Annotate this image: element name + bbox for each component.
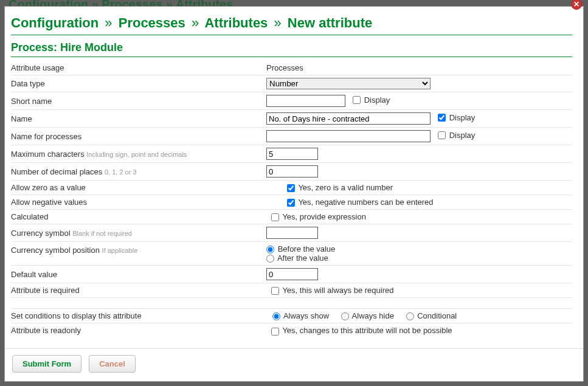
- breadcrumb-sep: »: [102, 15, 114, 30]
- name-input[interactable]: [266, 112, 431, 125]
- calculated-text: Yes, provide expression: [282, 212, 366, 221]
- currency-before-text: Before the value: [278, 244, 336, 253]
- allow-zero-checkbox[interactable]: [287, 184, 295, 192]
- label-attribute-readonly: Attribute is readonly: [11, 323, 266, 338]
- currency-before-radio[interactable]: [266, 246, 274, 253]
- label-decimal-places: Number of decimal places: [11, 167, 102, 176]
- breadcrumb-part[interactable]: Processes: [119, 15, 185, 30]
- required-checkbox[interactable]: [271, 287, 279, 295]
- row-attribute-required: Attribute is required Yes, this will alw…: [11, 283, 572, 298]
- conditions-conditional-radio[interactable]: [406, 312, 414, 320]
- default-value-input[interactable]: [266, 268, 318, 280]
- hint-currency-symbol: Blank if not required: [72, 230, 132, 237]
- conditions-conditional-text: Conditional: [417, 311, 457, 320]
- currency-after-text: After the value: [277, 253, 328, 263]
- row-attribute-usage: Attribute usage Processes: [11, 61, 572, 75]
- process-title-prefix: Process:: [11, 41, 60, 53]
- calculated-checkbox[interactable]: [271, 213, 279, 221]
- conditions-always-show-radio[interactable]: [272, 312, 280, 320]
- breadcrumb-sep: »: [271, 15, 283, 30]
- row-currency-symbol: Currency symbol Blank if not required: [11, 224, 572, 242]
- row-allow-zero: Allow zero as a value Yes, zero is a val…: [11, 181, 572, 195]
- row-allow-negative: Allow negative values Yes, negative numb…: [11, 195, 572, 210]
- allow-negative-checkbox[interactable]: [287, 199, 295, 207]
- allow-zero-text: Yes, zero is a valid number: [298, 183, 393, 192]
- short-name-display-label: Display: [364, 95, 390, 105]
- short-name-input[interactable]: [266, 95, 345, 107]
- readonly-checkbox[interactable]: [271, 328, 279, 336]
- row-set-conditions: Set conditions to display this attribute…: [11, 309, 572, 323]
- label-attribute-required: Attribute is required: [11, 283, 266, 298]
- required-text: Yes, this will always be required: [282, 286, 393, 295]
- dialog-footer: Submit Form Cancel: [5, 348, 583, 381]
- row-decimal-places: Number of decimal places 0, 1, 2 or 3: [11, 163, 572, 181]
- label-allow-negative: Allow negative values: [11, 195, 266, 210]
- row-name-for-processes: Name for processes Display: [11, 128, 572, 145]
- breadcrumb-sep: »: [189, 15, 201, 30]
- name-for-processes-display-label: Display: [449, 131, 476, 140]
- row-max-chars: Maximum characters Including sign, point…: [11, 145, 572, 163]
- spacer: [11, 298, 572, 309]
- label-default-value: Default value: [11, 266, 266, 283]
- max-chars-input[interactable]: [266, 148, 318, 160]
- cancel-button[interactable]: Cancel: [89, 355, 136, 373]
- conditions-always-hide-radio[interactable]: [341, 312, 349, 320]
- row-currency-position: Currency symbol position If applicable B…: [11, 242, 572, 266]
- label-max-chars: Maximum characters: [11, 150, 85, 159]
- decimal-places-input[interactable]: [266, 165, 318, 177]
- name-for-processes-input[interactable]: [266, 130, 431, 142]
- short-name-display-checkbox[interactable]: [353, 96, 361, 104]
- breadcrumb: Configuration » Processes » Attributes »…: [11, 15, 572, 35]
- readonly-text: Yes, changes to this attribute will not …: [282, 326, 452, 335]
- breadcrumb-part[interactable]: Configuration: [11, 15, 99, 30]
- dialog-body: Configuration » Processes » Attributes »…: [5, 7, 583, 348]
- breadcrumb-part: New attribute: [288, 15, 372, 30]
- label-name: Name: [11, 110, 266, 128]
- label-set-conditions: Set conditions to display this attribute: [11, 309, 266, 323]
- breadcrumb-part[interactable]: Attributes: [204, 15, 268, 30]
- name-display-label: Display: [449, 113, 476, 122]
- data-type-select[interactable]: Number: [266, 78, 431, 89]
- label-allow-zero: Allow zero as a value: [11, 181, 266, 195]
- hint-currency-position: If applicable: [102, 247, 138, 254]
- new-attribute-dialog: Configuration » Processes » Attributes »…: [4, 6, 584, 382]
- currency-after-radio[interactable]: [266, 255, 274, 263]
- name-display-checkbox[interactable]: [438, 114, 446, 122]
- label-name-for-processes: Name for processes: [11, 128, 266, 145]
- label-currency-position: Currency symbol position: [11, 246, 100, 255]
- attribute-form: Attribute usage Processes Data type Numb…: [11, 61, 572, 338]
- label-currency-symbol: Currency symbol: [11, 229, 71, 238]
- hint-decimal-places: 0, 1, 2 or 3: [105, 168, 137, 176]
- row-name: Name Display: [11, 110, 572, 128]
- label-attribute-usage: Attribute usage: [11, 61, 266, 75]
- allow-negative-text: Yes, negative numbers can be entered: [298, 198, 433, 207]
- row-attribute-readonly: Attribute is readonly Yes, changes to th…: [11, 323, 572, 338]
- row-short-name: Short name Display: [11, 92, 572, 110]
- name-for-processes-display-checkbox[interactable]: [438, 131, 446, 139]
- row-default-value: Default value: [11, 266, 572, 283]
- submit-button[interactable]: Submit Form: [12, 355, 81, 373]
- row-data-type: Data type Number: [11, 75, 572, 92]
- conditions-always-hide-text: Always hide: [352, 311, 394, 320]
- process-title-name: Hire Module: [60, 41, 123, 53]
- process-title: Process: Hire Module: [11, 41, 572, 57]
- label-calculated: Calculated: [11, 210, 266, 224]
- row-calculated: Calculated Yes, provide expression: [11, 210, 572, 224]
- conditions-always-show-text: Always show: [283, 311, 329, 320]
- value-attribute-usage: Processes: [266, 61, 572, 75]
- label-short-name: Short name: [11, 92, 266, 110]
- currency-symbol-input[interactable]: [266, 227, 318, 239]
- hint-max-chars: Including sign, point and decimals: [86, 151, 187, 158]
- label-data-type: Data type: [11, 75, 266, 92]
